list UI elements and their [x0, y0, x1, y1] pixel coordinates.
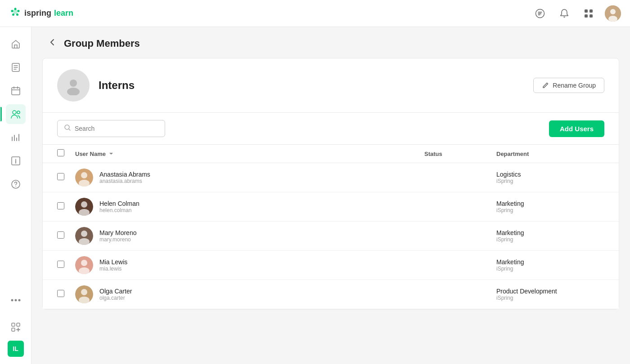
row-checkbox[interactable] [57, 290, 64, 297]
sidebar-item-reports[interactable] [6, 128, 26, 147]
row-fullname: Anastasia Abrams [99, 171, 150, 178]
search-icon [64, 124, 71, 133]
row-name-info: Anastasia Abrams anastasia.abrams [99, 171, 150, 184]
row-name-info: Olga Carter olga.carter [99, 288, 132, 301]
row-name-col: Mia Lewis mia.lewis [75, 256, 424, 274]
sidebar-item-courses[interactable] [6, 58, 26, 77]
bell-button[interactable] [556, 5, 572, 22]
row-name-col: Helen Colman helen.colman [75, 198, 424, 216]
row-name-col: Anastasia Abrams anastasia.abrams [75, 169, 424, 186]
row-name-col: Mary Moreno mary.moreno [75, 227, 424, 245]
row-username: anastasia.abrams [99, 178, 150, 184]
user-avatar[interactable] [605, 5, 621, 22]
row-name-info: Mia Lewis mia.lewis [99, 258, 127, 272]
row-dept-org: iSpring [496, 266, 604, 272]
table-header: User Name Status Department [43, 145, 619, 163]
row-username: mary.moreno [99, 236, 136, 243]
svg-point-16 [13, 111, 16, 114]
row-fullname: Olga Carter [99, 288, 132, 295]
sidebar-item-home[interactable] [6, 34, 26, 54]
svg-rect-25 [17, 323, 20, 326]
svg-point-17 [17, 111, 20, 114]
row-dept-name: Product Development [496, 288, 604, 295]
search-input[interactable] [75, 125, 158, 132]
row-name-info: Helen Colman helen.colman [99, 200, 140, 213]
svg-point-27 [70, 80, 77, 87]
add-users-button[interactable]: Add Users [549, 120, 604, 137]
svg-rect-24 [12, 323, 15, 326]
row-checkbox[interactable] [57, 202, 64, 209]
row-department-col: Marketing iSpring [496, 200, 604, 213]
row-avatar [75, 285, 93, 303]
row-checkbox[interactable] [57, 261, 64, 268]
sidebar-item-users[interactable] [6, 104, 26, 124]
logo: ispring learn [9, 6, 532, 21]
sidebar-item-info[interactable] [6, 151, 26, 171]
rename-group-label: Rename Group [553, 82, 596, 89]
svg-point-40 [81, 260, 87, 266]
svg-point-43 [81, 289, 87, 295]
main-card: Interns Rename Group [42, 58, 619, 310]
row-checkbox[interactable] [57, 173, 64, 180]
row-avatar [75, 198, 93, 216]
row-checkbox-col [57, 202, 75, 211]
rename-group-button[interactable]: Rename Group [533, 78, 604, 93]
logo-icon [9, 6, 22, 21]
row-fullname: Mary Moreno [99, 229, 136, 236]
svg-point-34 [81, 201, 87, 208]
svg-point-28 [67, 88, 80, 95]
row-department-col: Marketing iSpring [496, 258, 604, 272]
sidebar-item-add-widget[interactable] [6, 317, 26, 337]
svg-rect-26 [12, 328, 15, 331]
table-row: Mary Moreno mary.moreno Marketing iSprin… [43, 222, 619, 251]
group-info: Interns [57, 69, 135, 102]
sort-icon[interactable] [108, 151, 114, 157]
row-checkbox-col [57, 231, 75, 240]
col-status-label: Status [424, 151, 442, 157]
svg-point-23 [18, 299, 20, 302]
page-title: Group Members [64, 38, 140, 49]
top-navigation: ispring learn [0, 0, 630, 27]
logo-text-spring: ispring [24, 9, 51, 18]
page-header: Group Members [32, 27, 630, 58]
sidebar-item-help[interactable] [6, 174, 26, 194]
sidebar-user-badge[interactable]: IL [8, 341, 24, 357]
chat-button[interactable] [532, 5, 548, 22]
grid-button[interactable] [580, 5, 597, 22]
svg-rect-8 [590, 9, 593, 13]
row-dept-name: Logistics [496, 171, 604, 178]
row-dept-name: Marketing [496, 258, 604, 266]
sidebar-item-more[interactable] [6, 290, 26, 310]
svg-point-1 [18, 10, 20, 12]
sidebar-item-calendar[interactable] [6, 81, 26, 101]
svg-point-2 [16, 13, 18, 16]
row-fullname: Mia Lewis [99, 258, 127, 266]
table-body: Anastasia Abrams anastasia.abrams Logist… [43, 163, 619, 309]
group-name: Interns [99, 79, 135, 92]
logo-text-learn: learn [54, 9, 73, 18]
svg-rect-15 [12, 88, 20, 95]
row-name-col: Olga Carter olga.carter [75, 285, 424, 303]
nav-icons [532, 5, 621, 22]
row-avatar [75, 169, 93, 186]
search-box[interactable] [57, 120, 165, 137]
svg-point-3 [12, 13, 14, 16]
row-name-info: Mary Moreno mary.moreno [99, 229, 136, 243]
row-department-col: Logistics iSpring [496, 171, 604, 184]
row-department-col: Marketing iSpring [496, 229, 604, 243]
group-avatar [57, 69, 90, 102]
row-fullname: Helen Colman [99, 200, 140, 207]
header-username-col: User Name [75, 151, 424, 157]
row-dept-name: Marketing [496, 200, 604, 207]
row-username: helen.colman [99, 207, 140, 213]
back-button[interactable] [46, 36, 58, 51]
row-checkbox[interactable] [57, 231, 64, 239]
svg-point-0 [14, 8, 17, 10]
row-checkbox-col [57, 173, 75, 182]
row-username: olga.carter [99, 295, 132, 301]
select-all-checkbox[interactable] [57, 149, 64, 156]
row-checkbox-col [57, 261, 75, 270]
svg-point-22 [14, 299, 17, 302]
toolbar: Add Users [43, 113, 619, 145]
svg-rect-10 [590, 14, 593, 18]
